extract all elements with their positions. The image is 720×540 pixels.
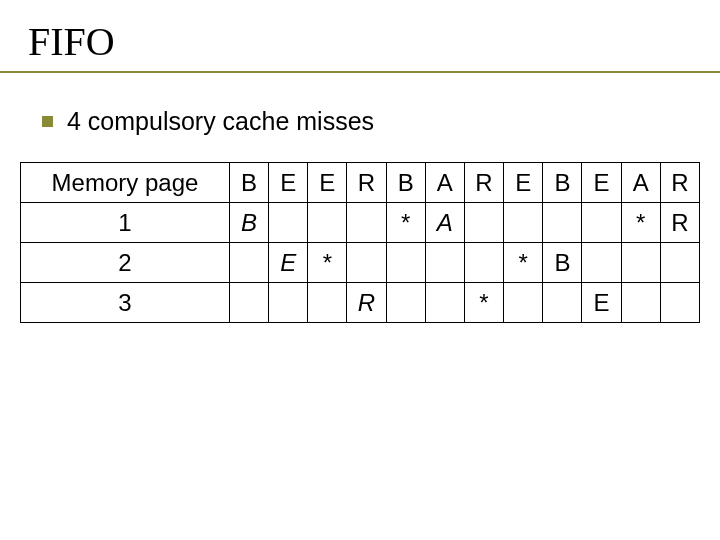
table-cell: *: [464, 283, 503, 323]
reference-cell: E: [308, 163, 347, 203]
table-cell: B: [229, 203, 268, 243]
table-cell: [582, 203, 621, 243]
table-cell: [464, 243, 503, 283]
table-cell: [582, 243, 621, 283]
table-cell: [660, 243, 699, 283]
row-label: 3: [21, 283, 230, 323]
reference-cell: E: [504, 163, 543, 203]
reference-cell: E: [269, 163, 308, 203]
table-cell: [504, 203, 543, 243]
table-cell: *: [504, 243, 543, 283]
table-cell: [543, 283, 582, 323]
table-container: Memory pageBEERBAREBEAR1B*A*R2E**B3R*E: [0, 136, 720, 323]
table-cell: R: [347, 283, 386, 323]
table-cell: [504, 283, 543, 323]
reference-cell: R: [347, 163, 386, 203]
table-cell: B: [543, 243, 582, 283]
table-cell: A: [425, 203, 464, 243]
reference-cell: B: [229, 163, 268, 203]
table-cell: *: [308, 243, 347, 283]
table-cell: [425, 283, 464, 323]
table-cell: [269, 283, 308, 323]
bullet-text: 4 compulsory cache misses: [67, 107, 374, 136]
table-cell: [269, 203, 308, 243]
table-cell: [386, 283, 425, 323]
bullet-row: 4 compulsory cache misses: [0, 73, 720, 136]
reference-cell: A: [425, 163, 464, 203]
row-label: 1: [21, 203, 230, 243]
table-cell: [229, 283, 268, 323]
row-label: 2: [21, 243, 230, 283]
title-bar: FIFO: [0, 0, 720, 73]
reference-cell: B: [386, 163, 425, 203]
table-cell: [229, 243, 268, 283]
table-cell: [543, 203, 582, 243]
square-bullet-icon: [42, 116, 53, 127]
table-cell: [621, 283, 660, 323]
table-cell: E: [582, 283, 621, 323]
page-title: FIFO: [28, 18, 692, 65]
reference-cell: B: [543, 163, 582, 203]
reference-cell: R: [660, 163, 699, 203]
table-cell: E: [269, 243, 308, 283]
reference-cell: E: [582, 163, 621, 203]
table-cell: [308, 203, 347, 243]
table-cell: R: [660, 203, 699, 243]
table-cell: *: [386, 203, 425, 243]
table-cell: [464, 203, 503, 243]
table-cell: [347, 243, 386, 283]
table-cell: *: [621, 203, 660, 243]
reference-cell: R: [464, 163, 503, 203]
table-cell: [386, 243, 425, 283]
table-cell: [347, 203, 386, 243]
reference-cell: A: [621, 163, 660, 203]
table-cell: [660, 283, 699, 323]
table-cell: [621, 243, 660, 283]
table-cell: [308, 283, 347, 323]
header-label: Memory page: [21, 163, 230, 203]
table-cell: [425, 243, 464, 283]
fifo-table: Memory pageBEERBAREBEAR1B*A*R2E**B3R*E: [20, 162, 700, 323]
